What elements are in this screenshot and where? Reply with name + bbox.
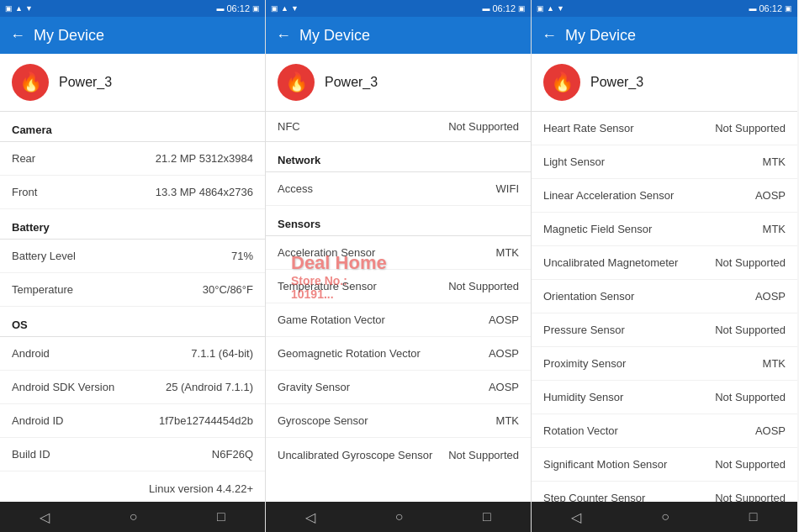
label-linear-accel: Linear Acceleration Sensor <box>543 189 755 202</box>
value-rear: 21.2 MP 5312x3984 <box>156 152 253 165</box>
row-pressure: Pressure Sensor Not Supported <box>532 313 797 347</box>
value-proximity: MTK <box>763 357 786 370</box>
recents-nav-1[interactable]: □ <box>200 504 242 529</box>
value-uncal-gyro: Not Supported <box>448 449 519 461</box>
value-sdk: 25 (Android 7.1.1) <box>166 381 253 393</box>
back-button-1[interactable]: ← <box>10 27 25 45</box>
back-button-2[interactable]: ← <box>276 27 291 45</box>
status-time-1: 06:12 <box>226 3 250 13</box>
app-title-2: My Device <box>299 27 521 45</box>
label-uncal-gyro: Uncalibrated Gyroscope Sensor <box>278 449 448 461</box>
recents-nav-3[interactable]: □ <box>733 504 775 529</box>
row-uncal-mag: Uncalibrated Magnetometer Not Supported <box>532 246 797 280</box>
section-network: Network <box>266 142 531 172</box>
value-gyroscope: MTK <box>496 414 519 427</box>
label-magnetic: Magnetic Field Sensor <box>543 223 763 235</box>
value-uncal-mag: Not Supported <box>715 256 786 269</box>
row-temperature: Temperature 30°C/86°F <box>0 273 265 307</box>
status-bar-left-2: ▣ ▲ ▼ <box>271 4 299 13</box>
back-nav-2[interactable]: ◁ <box>288 504 332 530</box>
nav-bar-3: ◁ ○ □ <box>532 502 797 532</box>
battery-icon: ▬ <box>216 4 224 13</box>
row-humidity: Humidity Sensor Not Supported <box>532 381 797 414</box>
row-rotation-vector: Rotation Vector AOSP <box>532 414 797 448</box>
wifi-icon-3: ▲ <box>547 4 554 13</box>
status-bar-1: ▣ ▲ ▼ ▬ 06:12 ▣ <box>0 0 265 17</box>
value-temperature: 30°C/86°F <box>203 283 253 296</box>
value-humidity: Not Supported <box>715 391 786 403</box>
nav-bar-1: ◁ ○ □ <box>0 502 265 532</box>
row-sdk: Android SDK Version 25 (Android 7.1.1) <box>0 371 265 404</box>
status-bar-right-2: ▬ 06:12 ▣ <box>482 3 526 13</box>
value-linear-accel: AOSP <box>755 189 786 202</box>
label-orientation: Orientation Sensor <box>543 290 755 303</box>
row-android-id: Android ID 1f7be12744454d2b <box>0 404 265 438</box>
label-nfc: NFC <box>278 120 448 133</box>
value-linux: Linux version 4.4.22+ <box>149 482 253 495</box>
screen-3: ▣ ▲ ▼ ▬ 06:12 ▣ ← My Device 🔥 Power_3 He… <box>532 0 797 532</box>
row-android: Android 7.1.1 (64-bit) <box>0 337 265 371</box>
recents-nav-2[interactable]: □ <box>466 504 508 529</box>
value-accel: MTK <box>496 246 519 259</box>
label-gravity: Gravity Sensor <box>278 381 489 393</box>
row-magnetic: Magnetic Field Sensor MTK <box>532 213 797 246</box>
content-3: 🔥 Power_3 Heart Rate Sensor Not Supporte… <box>532 54 797 502</box>
label-step-counter: Step Counter Sensor <box>543 492 715 502</box>
row-access: Access WIFI <box>266 172 531 206</box>
value-build-id: N6F26Q <box>212 448 253 461</box>
device-header-1: 🔥 Power_3 <box>0 54 265 112</box>
label-sdk: Android SDK Version <box>12 381 166 393</box>
label-uncal-mag: Uncalibrated Magnetometer <box>543 256 715 269</box>
value-significant-motion: Not Supported <box>715 458 786 471</box>
device-header-2: 🔥 Power_3 <box>266 54 531 112</box>
device-name-1: Power_3 <box>59 75 112 90</box>
row-gyroscope: Gyroscope Sensor MTK <box>266 404 531 438</box>
section-os: OS <box>0 307 265 337</box>
row-build-id: Build ID N6F26Q <box>0 438 265 471</box>
device-name-2: Power_3 <box>325 75 378 90</box>
row-uncal-gyro: Uncalibrated Gyroscope Sensor Not Suppor… <box>266 438 531 471</box>
row-linear-accel: Linear Acceleration Sensor AOSP <box>532 179 797 213</box>
section-camera: Camera <box>0 112 265 142</box>
label-build-id: Build ID <box>12 448 212 461</box>
home-nav-3[interactable]: ○ <box>644 504 686 529</box>
row-step-counter: Step Counter Sensor Not Supported <box>532 482 797 502</box>
label-rotation-vector: Rotation Vector <box>543 424 755 437</box>
device-name-3: Power_3 <box>590 75 643 90</box>
nav-bar-2: ◁ ○ □ <box>266 502 531 532</box>
row-temp-sensor: Temperature Sensor Not Supported <box>266 270 531 303</box>
value-light: MTK <box>763 155 786 168</box>
notification-icon-2: ▣ <box>271 4 278 13</box>
value-gravity: AOSP <box>489 381 519 393</box>
back-button-3[interactable]: ← <box>542 27 557 45</box>
status-bar-2: ▣ ▲ ▼ ▬ 06:12 ▣ <box>266 0 531 17</box>
value-pressure: Not Supported <box>715 324 786 336</box>
label-humidity: Humidity Sensor <box>543 391 715 403</box>
notification-icon-3: ▣ <box>537 4 544 13</box>
device-avatar-2: 🔥 <box>278 64 315 101</box>
row-battery-level: Battery Level 71% <box>0 240 265 273</box>
label-front: Front <box>12 186 156 198</box>
back-nav-3[interactable]: ◁ <box>554 504 598 530</box>
value-front: 13.3 MP 4864x2736 <box>156 186 253 198</box>
home-nav-1[interactable]: ○ <box>113 504 155 529</box>
row-proximity: Proximity Sensor MTK <box>532 347 797 381</box>
home-nav-2[interactable]: ○ <box>378 504 421 529</box>
status-bar-3: ▣ ▲ ▼ ▬ 06:12 ▣ <box>532 0 797 17</box>
row-rear: Rear 21.2 MP 5312x3984 <box>0 142 265 176</box>
status-time-3: 06:12 <box>759 3 782 13</box>
value-rotation-vector: AOSP <box>755 424 786 437</box>
row-heart-rate: Heart Rate Sensor Not Supported <box>532 112 797 145</box>
screen-1: ▣ ▲ ▼ ▬ 06:12 ▣ ← My Device 🔥 Power_3 Ca… <box>0 0 266 532</box>
value-game-rotation: AOSP <box>489 313 519 326</box>
content-1: 🔥 Power_3 Camera Rear 21.2 MP 5312x3984 … <box>0 54 265 502</box>
signal-icon-3: ▼ <box>557 4 564 13</box>
section-battery: Battery <box>0 209 265 240</box>
label-android: Android <box>12 347 191 360</box>
status-bar-right-1: ▬ 06:12 ▣ <box>216 3 260 13</box>
back-nav-1[interactable]: ◁ <box>23 504 66 530</box>
label-access: Access <box>278 182 496 195</box>
screenshot-icon-3: ▣ <box>785 4 792 13</box>
status-bar-left-3: ▣ ▲ ▼ <box>537 4 564 13</box>
device-header-3: 🔥 Power_3 <box>532 54 797 112</box>
